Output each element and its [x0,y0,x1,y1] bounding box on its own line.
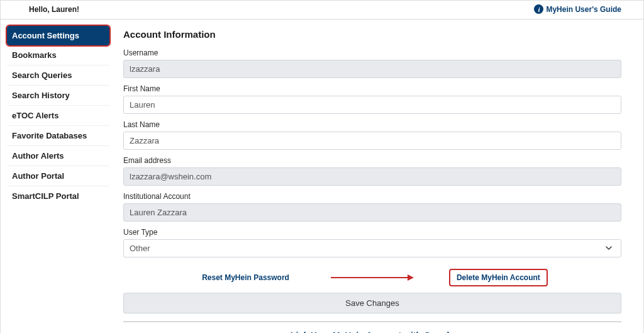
sidebar-item-label: Search Queries [12,71,72,80]
field-first-name: First Name [123,84,621,114]
input-username [123,60,621,78]
sidebar-item-label: Search History [12,91,70,100]
link-google-account[interactable]: Link Your MyHein Account with Google [291,330,454,333]
greeting-text: Hello, Lauren! [29,5,79,14]
sidebar-item-label: Author Alerts [12,151,64,161]
sidebar-item-bookmarks[interactable]: Bookmarks [7,45,109,65]
label-last-name: Last Name [123,120,621,129]
label-username: Username [123,48,621,57]
main-layout: Account Settings Bookmarks Search Querie… [1,20,643,333]
arrow-annotation-icon [331,277,413,278]
user-guide-label: MyHein User's Guide [546,5,621,14]
user-guide-link[interactable]: i MyHein User's Guide [534,4,621,14]
sidebar-item-label: Bookmarks [12,50,57,60]
field-last-name: Last Name [123,120,621,150]
select-user-type[interactable]: Other [123,239,621,257]
sidebar-item-label: Account Settings [12,31,79,40]
delete-account-link[interactable]: Delete MyHein Account [450,270,547,285]
top-bar: Hello, Lauren! i MyHein User's Guide [1,1,643,20]
sidebar-item-search-history[interactable]: Search History [7,86,109,106]
sidebar-item-etoc-alerts[interactable]: eTOC Alerts [7,106,109,126]
sidebar-item-label: eTOC Alerts [12,111,58,120]
sidebar-item-smartcilp-portal[interactable]: SmartCILP Portal [7,186,109,206]
input-institution [123,203,621,222]
sidebar-item-account-settings[interactable]: Account Settings [7,26,109,45]
input-last-name[interactable] [123,132,621,150]
field-institution: Institutional Account [123,192,621,222]
sidebar-item-label: Author Portal [12,171,64,181]
info-icon: i [534,4,543,14]
input-email [123,167,621,186]
sidebar-item-favorite-databases[interactable]: Favorite Databases [7,126,109,146]
save-button[interactable]: Save Changes [123,293,621,313]
page-title: Account Information [123,29,621,40]
sidebar-item-label: SmartCILP Portal [12,191,79,201]
reset-password-link[interactable]: Reset MyHein Password [198,272,293,283]
footer-section: Link Your MyHein Account with Google [123,321,621,333]
sidebar: Account Settings Bookmarks Search Querie… [1,20,117,333]
field-user-type: User Type Other [123,228,621,257]
sidebar-item-author-alerts[interactable]: Author Alerts [7,146,109,166]
input-first-name[interactable] [123,96,621,114]
field-email: Email address [123,156,621,186]
sidebar-item-author-portal[interactable]: Author Portal [7,166,109,186]
sidebar-item-label: Favorite Databases [12,131,87,140]
actions-row: Reset MyHein Password Delete MyHein Acco… [123,264,621,293]
label-institution: Institutional Account [123,192,621,201]
label-user-type: User Type [123,228,621,237]
main-content: Account Information Username First Name … [117,20,643,333]
field-username: Username [123,48,621,78]
sidebar-item-search-queries[interactable]: Search Queries [7,65,109,86]
label-first-name: First Name [123,84,621,93]
label-email: Email address [123,156,621,165]
